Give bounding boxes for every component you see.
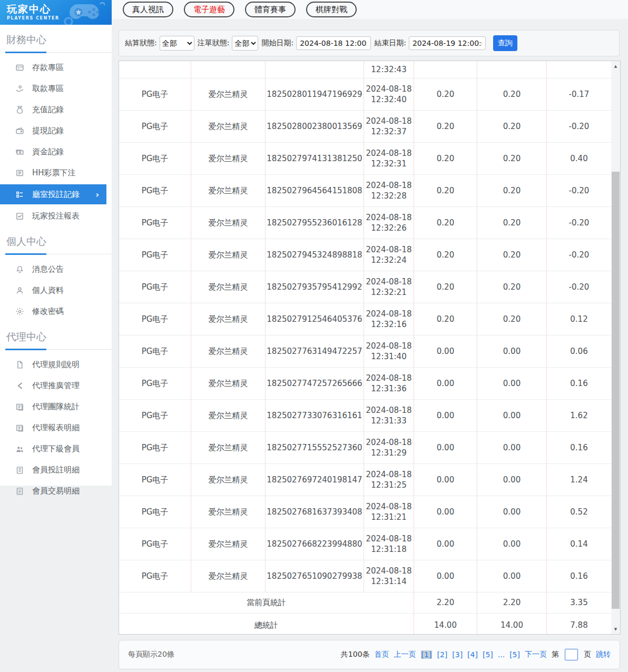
share-icon xyxy=(15,381,24,390)
section-title: 代理中心 xyxy=(0,322,112,349)
page-number-link[interactable]: [2] xyxy=(437,650,447,659)
cell-platform: PG电子 xyxy=(119,207,191,239)
cell-profit: 0.14 xyxy=(547,528,611,560)
last-page-number-link[interactable]: [5] xyxy=(509,650,520,659)
cell-bet-amount xyxy=(414,61,477,78)
cell-valid-bet: 0.00 xyxy=(477,368,547,399)
cell-order-no: 1825027763149472257 xyxy=(266,335,364,367)
order-status-label: 注單狀態: xyxy=(198,38,230,48)
end-date-input[interactable] xyxy=(409,36,486,50)
cell-bet-amount: 0.20 xyxy=(414,78,477,110)
sidebar-item-member-trade-detail[interactable]: 會員交易明細 xyxy=(0,480,112,501)
cell-game: 爱尔兰精灵 xyxy=(191,303,266,335)
cell-order-no: 1825027945324898818 xyxy=(266,239,364,271)
cell-profit: 0.40 xyxy=(547,143,611,174)
tab-board-card-games[interactable]: 棋牌對戰 xyxy=(306,2,357,17)
total-count-text: 共100条 xyxy=(341,650,370,659)
cell-datetime: 2024-08-1812:31:14 xyxy=(364,560,414,592)
cell-datetime: 2024-08-1812:31:36 xyxy=(364,368,414,399)
table-body: 12:32:43 PG电子 爱尔兰精灵 1825028011947196929 … xyxy=(119,61,611,634)
sidebar-item-label: 會員交易明細 xyxy=(32,486,80,496)
bell-icon xyxy=(15,265,24,274)
page-number-link[interactable]: [5] xyxy=(483,650,493,659)
cell-valid-bet xyxy=(477,61,547,78)
sidebar-item-label: 資金記錄 xyxy=(32,147,64,157)
next-page-link[interactable]: 下一页 xyxy=(525,650,547,659)
bet-records-icon xyxy=(15,190,24,199)
cell-valid-bet: 0.00 xyxy=(477,496,547,528)
tab-live-video[interactable]: 真人視訊 xyxy=(123,2,173,17)
sidebar-item-agent-team-stats[interactable]: 代理團隊統計 xyxy=(0,396,112,417)
cell-datetime: 2024-08-1812:32:24 xyxy=(364,239,414,271)
jump-button[interactable]: 跳转 xyxy=(596,650,611,659)
sidebar-item-player-bet-report[interactable]: 玩家投注報表 xyxy=(0,205,112,226)
pagination-bar: 每頁顯示20條 共100条 首页 上一页 [1][2][3][4][5]...[… xyxy=(119,640,620,669)
sidebar-item-agent-report-detail[interactable]: 代理報表明細 xyxy=(0,417,112,438)
sidebar-item-member-bet-detail[interactable]: 會員投註明細 xyxy=(0,459,112,480)
cell-bet-amount: 0.00 xyxy=(414,528,477,560)
cell-datetime: 2024-08-1812:32:16 xyxy=(364,303,414,335)
cell-profit: -0.17 xyxy=(547,78,611,110)
sidebar-item-change-password[interactable]: 修改密碼 xyxy=(0,301,112,322)
sidebar-item-withdrawal-records[interactable]: 提現記錄 xyxy=(0,120,112,141)
cell-order-no: 1825028011947196929 xyxy=(266,78,364,110)
cell-platform: PG电子 xyxy=(119,239,191,271)
sidebar-item-withdraw-area[interactable]: 取款專區 xyxy=(0,78,112,99)
cell-game: 爱尔兰精灵 xyxy=(191,496,266,528)
sidebar-item-announcements[interactable]: 消息公告 xyxy=(0,259,112,280)
first-page-link[interactable]: 首页 xyxy=(375,650,389,659)
table-row: PG电子 爱尔兰精灵 1825027955236016128 2024-08-1… xyxy=(119,207,611,239)
cell-valid-bet: 0.00 xyxy=(477,560,547,592)
sidebar-item-funds-records[interactable]: 資金記錄 xyxy=(0,141,112,162)
cell-order-no: 1825027715552527360 xyxy=(266,432,364,463)
cell-bet-amount: 0.00 xyxy=(414,400,477,431)
sidebar-section: 代理中心 代理規則說明 代理推廣管理 代理團隊統計 代理報表明細 代理下級會員 … xyxy=(0,322,112,501)
sidebar-sections: 財務中心 存款專區 取款專區 充值記錄 提現記錄 資金記錄 HH彩票下注 廳室投… xyxy=(0,25,112,501)
gear-icon xyxy=(15,307,24,316)
tab-electronic-games[interactable]: 電子遊藝 xyxy=(184,2,234,17)
cell-game: 爱尔兰精灵 xyxy=(191,111,266,142)
sidebar-item-hh-lottery-bets[interactable]: HH彩票下注 xyxy=(0,162,112,183)
total-summary-profit: 7.88 xyxy=(547,614,611,634)
order-status-select[interactable]: 全部 xyxy=(232,36,258,51)
jump-page-input[interactable] xyxy=(565,649,578,660)
cell-order-no xyxy=(266,61,364,78)
cell-bet-amount: 0.00 xyxy=(414,464,477,496)
person-icon xyxy=(15,286,24,295)
page-number-link-current[interactable]: [1] xyxy=(421,650,433,659)
start-date-input[interactable] xyxy=(296,36,371,50)
table-row: PG电子 爱尔兰精灵 1825027715552527360 2024-08-1… xyxy=(119,432,611,464)
sidebar-item-profile[interactable]: 個人資料 xyxy=(0,280,112,301)
query-button[interactable]: 查詢 xyxy=(493,35,517,51)
cell-game: 爱尔兰精灵 xyxy=(191,368,266,399)
page-number-link[interactable]: [3] xyxy=(452,650,463,659)
sidebar-item-deposit-area[interactable]: 存款專區 xyxy=(0,57,112,78)
tab-label: 體育賽事 xyxy=(254,5,286,14)
sidebar-item-recharge-records[interactable]: 充值記錄 xyxy=(0,99,112,120)
cell-profit: -0.20 xyxy=(547,175,611,206)
prev-page-link[interactable]: 上一页 xyxy=(394,650,416,659)
sidebar-item-agent-sub-members[interactable]: 代理下級會員 xyxy=(0,438,112,459)
cell-order-no: 1825027733076316161 xyxy=(266,400,364,431)
vertical-scrollbar[interactable]: ▲ ▼ xyxy=(611,61,620,634)
page-number-link[interactable]: [4] xyxy=(467,650,478,659)
wallet-icon xyxy=(15,126,24,135)
sidebar-item-label: 修改密碼 xyxy=(32,307,64,317)
tab-sports-events[interactable]: 體育賽事 xyxy=(245,2,296,17)
cell-bet-amount: 0.20 xyxy=(414,111,477,142)
table-rows: PG电子 爱尔兰精灵 1825028011947196929 2024-08-1… xyxy=(119,78,611,592)
sidebar-item-hall-bet-records[interactable]: 廳室投註記錄 › xyxy=(0,184,106,204)
scroll-down-icon[interactable]: ▼ xyxy=(611,625,620,634)
cell-order-no: 1825027974131381250 xyxy=(266,143,364,174)
sidebar-item-label: HH彩票下注 xyxy=(32,168,76,178)
sidebar-item-agent-promotion[interactable]: 代理推廣管理 xyxy=(0,375,112,396)
settle-status-select[interactable]: 全部 xyxy=(160,36,194,51)
document-icon xyxy=(15,360,24,369)
scroll-up-icon[interactable]: ▲ xyxy=(611,62,620,71)
pagination-controls: 共100条 首页 上一页 [1][2][3][4][5]...[5] 下一页 第… xyxy=(341,649,611,660)
category-tab-bar: 真人視訊電子遊藝體育賽事棋牌對戰 xyxy=(112,0,628,19)
sidebar-item-agent-rules[interactable]: 代理規則說明 xyxy=(0,354,112,375)
scrollbar-thumb[interactable] xyxy=(612,172,620,609)
cell-platform: PG电子 xyxy=(119,496,191,528)
table-row: PG电子 爱尔兰精灵 1825028002380013569 2024-08-1… xyxy=(119,111,611,143)
